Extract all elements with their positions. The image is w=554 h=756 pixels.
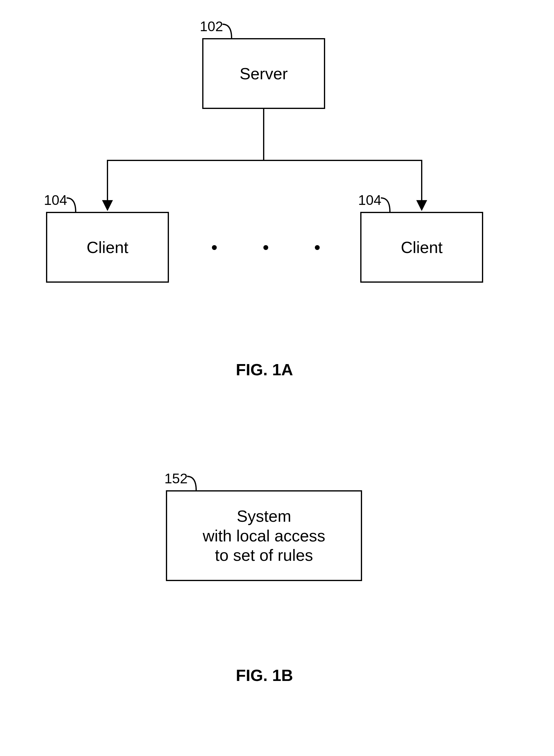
client-left-box: Client bbox=[46, 212, 169, 283]
fig-1b-caption: FIG. 1B bbox=[236, 666, 293, 685]
ref-104-left-hook bbox=[67, 198, 85, 213]
system-box: System with local access to set of rules bbox=[166, 490, 362, 581]
ellipsis-dot bbox=[315, 245, 320, 250]
ref-104-right: 104 bbox=[358, 192, 381, 208]
client-left-label: Client bbox=[84, 235, 131, 260]
ellipsis-dot bbox=[263, 245, 268, 250]
fig-1a-caption: FIG. 1A bbox=[236, 360, 293, 379]
ref-104-left: 104 bbox=[44, 192, 67, 208]
client-right-box: Client bbox=[360, 212, 483, 283]
client-right-label: Client bbox=[398, 235, 445, 260]
ref-152: 152 bbox=[164, 470, 188, 487]
ref-104-right-hook bbox=[381, 198, 399, 213]
ellipsis-dot bbox=[212, 245, 217, 250]
system-label: System with local access to set of rules bbox=[200, 504, 328, 568]
ref-152-hook bbox=[187, 476, 205, 491]
